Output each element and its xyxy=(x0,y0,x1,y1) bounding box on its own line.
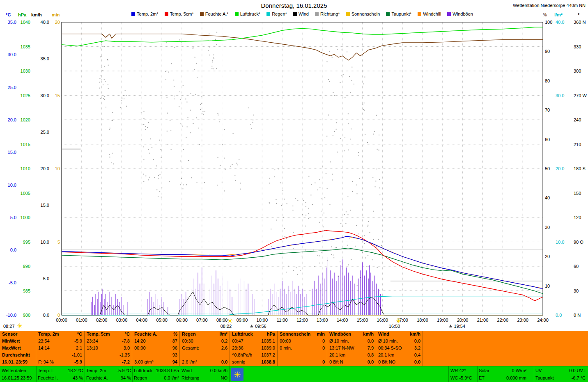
stats-cell: 14:142.1 xyxy=(38,345,82,352)
stats-cell xyxy=(182,352,227,359)
x-tick-label: 24:00 xyxy=(537,318,549,323)
tick-label-hpa: 1025 xyxy=(21,93,30,98)
tick-label-kmh: 20.0 xyxy=(41,166,49,171)
stats-cell: 0 Bft NO0.0 xyxy=(378,359,420,366)
footer-separator xyxy=(448,366,449,382)
footer-col-temp-aussen: Temp. 2m-5.9 °CFeuchte A.94 % xyxy=(86,367,131,382)
tick-label-c: 10.0 xyxy=(8,183,16,188)
tick-label-deg: 270 W xyxy=(574,93,587,98)
x-tick-label: 02:00 xyxy=(96,318,108,323)
stats-col-temp-2m: Temp. 2m°C23:54-5.914:142.1-1.01F: 94 %-… xyxy=(36,331,85,366)
stats-col-feuchte-a: Feuchte A.%14:208700:0096933.00 g/m³94 xyxy=(132,331,180,366)
tick-label-hpa: 990 xyxy=(23,264,30,269)
x-tick-label: 09:00 xyxy=(237,318,248,323)
stats-cell: 0 min.0 xyxy=(280,345,325,352)
stats-cell: 3.00 g/m³94 xyxy=(134,359,177,366)
stats-cell xyxy=(280,352,325,359)
tick-label-pct: 100 xyxy=(545,20,552,25)
x-tick-label: 00:00 xyxy=(56,318,67,323)
tick-label-kmh: 40.0 xyxy=(41,20,49,25)
stats-cell: 00:0096 xyxy=(134,345,177,352)
tick-label-hpa: 1035 xyxy=(21,44,30,49)
tick-label-deg: 210 xyxy=(574,142,581,147)
tick-label-hpa: 1040 xyxy=(21,20,30,25)
footer-line: Taupunkt-6.7 °C xyxy=(535,374,586,382)
x-tick-label: 13:00 xyxy=(317,318,328,323)
tick-label-min: 20 xyxy=(55,20,60,25)
axis-unit-pct: % xyxy=(543,12,547,17)
stats-cell: 13:17 N-NW7.9 xyxy=(329,345,374,352)
weather-symbol-sun-icon: ☀ xyxy=(231,368,243,381)
tick-label-pct: 80 xyxy=(545,78,550,83)
tick-label-deg: 30 xyxy=(574,288,579,293)
sun-time-annotation: 09:56 xyxy=(255,324,266,329)
stats-col-header: Sonnenscheinmin xyxy=(280,331,325,338)
x-tick-label: 12:00 xyxy=(296,318,308,323)
x-tick-label: 08:00 xyxy=(216,318,228,323)
tick-label-pct: 70 xyxy=(545,108,550,112)
stats-cell: 20.1 km0.8 xyxy=(329,352,374,359)
tick-label-kmh: 15.0 xyxy=(41,203,49,208)
tick-label-hpa: 1015 xyxy=(21,142,30,147)
footer-line: Feuchte I.43 % xyxy=(38,374,83,382)
stats-cell: 23:54-5.9 xyxy=(38,338,82,345)
x-tick-label: 19:00 xyxy=(437,318,448,323)
axis-unit-hpa: hPa xyxy=(18,12,26,17)
x-tick-label: 05:00 xyxy=(156,318,168,323)
footer-col-luftdruck-regen: Luftdruck1038.8 hPaRegen0.0 l/m² xyxy=(134,367,179,382)
footer-line: 16.01.25 23:59 xyxy=(2,374,36,382)
tick-label-kmh: 10.0 xyxy=(41,240,49,245)
footer-line: Temp. I.18.2 °C xyxy=(38,367,83,374)
tick-label-lm2: 20.0 xyxy=(556,166,564,171)
tick-label-deg: 300 xyxy=(574,69,581,73)
tick-label-c: 20.0 xyxy=(8,117,16,122)
sun-time-annotation: 08:22 xyxy=(220,324,232,329)
stats-cell: 0 xyxy=(280,359,325,366)
stats-cell: 00:300.2 xyxy=(182,338,227,345)
axis-unit-kmh: km/h xyxy=(31,12,42,17)
stats-cell: 23:34-7.8 xyxy=(87,338,130,345)
x-tick-label: 15:00 xyxy=(357,318,368,323)
sun-icon xyxy=(228,318,233,323)
tick-label-pct: 90 xyxy=(545,49,550,54)
footer-line: UV0.0 UV-I xyxy=(535,367,586,374)
axis-unit-min: min xyxy=(52,12,60,17)
tick-label-deg: 120 xyxy=(574,215,581,220)
tick-label-lm2: 10.0 xyxy=(556,240,564,245)
tick-label-min: 5 xyxy=(57,240,60,245)
sensor-stats-table: SensorMinWertMaxWertDurchschnitt16.01. 2… xyxy=(0,331,588,366)
stats-col-wind: Windkm/hØ 10 min.0.006:34 S-SO3.220.1 km… xyxy=(376,331,423,366)
stats-cell: 20.1 km0.4 xyxy=(378,352,420,359)
x-tick-label: 20:00 xyxy=(457,318,469,323)
tick-label-hpa: 1000 xyxy=(21,215,30,220)
stats-cell: F: 94 %-5.9 xyxy=(38,359,82,366)
tick-label-min: 10 xyxy=(55,166,60,171)
stats-row-label: 16.01. 23:59 xyxy=(2,359,34,366)
tick-label-hpa: 980 xyxy=(23,313,30,318)
footer-separator xyxy=(36,366,37,382)
footer-col-temp-innen: Temp. I.18.2 °CFeuchte I.43 % xyxy=(38,367,83,382)
tick-label-deg: 330 xyxy=(574,44,581,49)
sun-time-annotation: 16:50 xyxy=(389,324,400,329)
stats-cell: -7.2 xyxy=(87,359,130,366)
stats-cell: 06:34 S-SO3.2 xyxy=(378,345,420,352)
footer-separator xyxy=(180,366,180,382)
tick-label-deg: 240 xyxy=(574,117,581,122)
stats-col-temp-5cm: Temp. 5cm°C23:34-7.813:103.0-1.35-7.2 xyxy=(85,331,132,366)
tick-label-kmh: 0.0 xyxy=(43,313,49,318)
tick-label-pct: 20 xyxy=(545,254,550,259)
tick-label-lm2: 30.0 xyxy=(556,93,564,98)
stats-col-regen: Regenl/m²00:300.2Gesamt:2.62.6 l/m²0.0 xyxy=(180,331,230,366)
footer-col-wind-richtung: Wind0.0 km/hRichtungNO xyxy=(181,367,227,382)
x-tick-label: 21:00 xyxy=(477,318,489,323)
stats-col-header: Windböenkm/h xyxy=(329,331,374,338)
stats-cell: 2.6 l/m²0.0 xyxy=(182,359,227,366)
stats-col-windb-en: Windböenkm/hØ 10 min.0.013:17 N-NW7.920.… xyxy=(327,331,376,366)
x-tick-label: 07:00 xyxy=(196,318,208,323)
x-tick-label: 16:00 xyxy=(377,318,388,323)
stats-row-label: MaxWert xyxy=(2,345,34,352)
tick-label-hpa: 1020 xyxy=(21,117,30,122)
tick-label-min: 15 xyxy=(55,93,60,98)
footer-line: WR 42° xyxy=(450,367,479,374)
x-tick-label: 23:00 xyxy=(517,318,528,323)
